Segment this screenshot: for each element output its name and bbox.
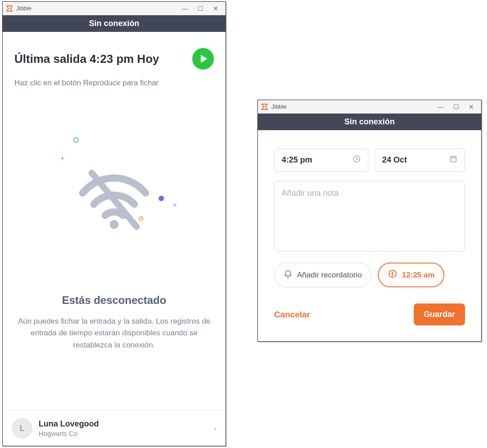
- svg-point-4: [139, 217, 143, 220]
- minimize-button[interactable]: —: [182, 5, 189, 12]
- window-controls: — ☐ ✕: [182, 5, 223, 12]
- window-title: Jibble: [16, 5, 182, 12]
- disconnected-body: Aún puedes fichar la entrada y la salida…: [14, 316, 214, 351]
- dot-deco-icon: [158, 195, 164, 203]
- offline-banner: Sin conexión: [258, 114, 481, 130]
- jibble-logo-icon: [261, 103, 269, 111]
- titlebar: Jibble — ☐ ✕: [3, 2, 226, 15]
- profile-row[interactable]: L Luna Lovegood Hogwarts Co ›: [3, 410, 226, 446]
- window-controls: — ☐ ✕: [437, 103, 478, 110]
- window-entry-form: Jibble — ☐ ✕ Sin conexión 4:25 pm 24 Oct: [257, 100, 482, 342]
- minimize-button[interactable]: —: [437, 103, 444, 110]
- svg-rect-6: [451, 157, 456, 162]
- chevron-right-icon: ›: [214, 424, 217, 433]
- maximize-button[interactable]: ☐: [452, 103, 460, 110]
- svg-point-0: [110, 220, 119, 229]
- window-title: Jibble: [271, 103, 437, 110]
- last-exit-heading: Última salida 4:23 pm Hoy: [14, 52, 159, 66]
- titlebar: Jibble — ☐ ✕: [258, 100, 481, 114]
- disconnected-title: Estás desconectado: [14, 294, 214, 307]
- avatar: L: [12, 418, 32, 439]
- time-value: 4:25 pm: [282, 155, 312, 165]
- reminder-label: Añadir recordatorio: [297, 271, 362, 280]
- play-icon: [200, 54, 208, 63]
- circle-deco-icon: [73, 137, 79, 145]
- time-field[interactable]: 4:25 pm: [274, 148, 368, 172]
- date-value: 24 Oct: [382, 155, 407, 165]
- offline-banner: Sin conexión: [3, 15, 226, 32]
- bell-icon: [283, 269, 292, 281]
- date-field[interactable]: 24 Oct: [375, 148, 465, 172]
- plus-deco-icon: +: [60, 154, 65, 163]
- jibble-logo-icon: [5, 4, 13, 13]
- cancel-button[interactable]: Cancelar: [274, 310, 310, 320]
- add-reminder-chip[interactable]: Añadir recordatorio: [274, 263, 372, 287]
- maximize-button[interactable]: ☐: [197, 5, 204, 12]
- svg-point-3: [159, 196, 164, 201]
- close-button[interactable]: ✕: [468, 103, 475, 110]
- play-button[interactable]: [192, 48, 214, 70]
- calendar-icon: [449, 155, 457, 165]
- reminder-time-chip[interactable]: 12:25 am: [378, 263, 445, 287]
- plus-deco-icon-2: +: [173, 201, 177, 210]
- offline-illustration: + +: [14, 105, 214, 294]
- profile-name: Luna Lovegood: [39, 419, 208, 429]
- note-textarea[interactable]: [282, 189, 457, 244]
- clock-icon: [353, 155, 361, 165]
- clock-bolt-icon: [388, 269, 398, 281]
- save-button[interactable]: Guardar: [414, 303, 465, 325]
- window-main: Jibble — ☐ ✕ Sin conexión Última salida …: [2, 1, 226, 446]
- profile-org: Hogwarts Co: [39, 430, 208, 437]
- svg-point-2: [74, 138, 78, 142]
- circle-deco-icon-2: [138, 215, 144, 223]
- hint-text: Haz clic en el botón Reproducir para fic…: [14, 79, 214, 88]
- note-field[interactable]: [274, 181, 465, 252]
- reminder-time: 12:25 am: [402, 271, 435, 280]
- close-button[interactable]: ✕: [212, 5, 219, 12]
